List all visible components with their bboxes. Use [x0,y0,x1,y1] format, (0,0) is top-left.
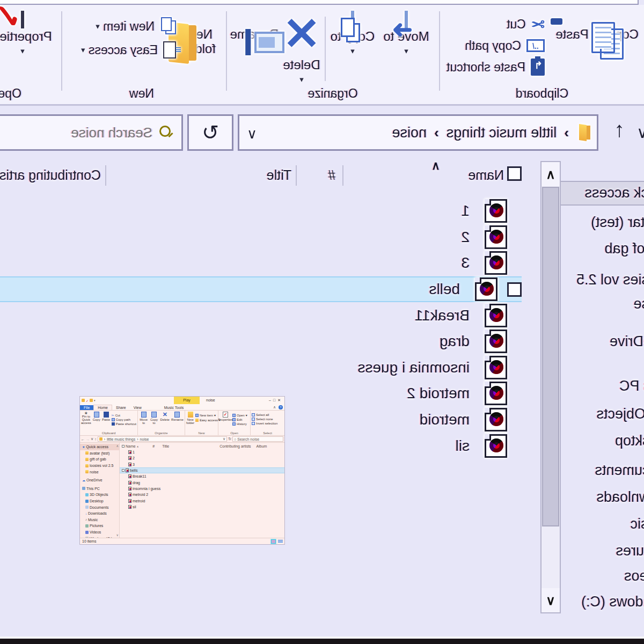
paste-shortcut-button[interactable]: Paste shortcut [112,422,136,426]
refresh-button[interactable]: ↻ [187,114,233,151]
scroll-up-icon[interactable]: ∧ [541,162,560,186]
sidebar-item-noise[interactable]: noise [633,296,644,312]
copy-button[interactable]: Copy [594,12,644,41]
column-divider[interactable] [296,165,297,186]
file-row[interactable]: insomnia i guess [120,486,284,492]
new-folder-button[interactable]: New folder [186,412,194,425]
file-row[interactable]: Break11 [120,473,284,479]
sidebar-item-gift-of-gab[interactable]: gift of gab [80,456,119,463]
up-button[interactable]: ↑ [614,118,625,142]
edit-button[interactable]: Edit [232,418,247,421]
sidebar-item-avatar-test[interactable]: avatar (test) [591,214,644,231]
sidebar-item-onedrive[interactable]: ☁OneDrive [80,477,119,484]
file-row[interactable]: 1 [120,449,284,455]
file-row[interactable]: 1 [0,198,539,224]
move-to-button[interactable]: ➜ Move to▾ [380,12,432,58]
file-row[interactable]: 3 [120,462,284,467]
scroll-up-icon[interactable]: ∧ [116,444,119,448]
cut-button[interactable]: ✂Cut [112,413,136,417]
sidebar-item-onedrive[interactable]: OneDrive [610,333,644,350]
copy-path-button[interactable]: ../ Copy path [465,36,545,55]
file-row[interactable]: insomnia i guess [0,355,539,381]
sidebar-scrollbar[interactable]: ∧ ∨ [540,161,561,613]
easy-access-button[interactable]: Easy access ▾ [195,418,221,422]
row-checkbox[interactable] [122,469,125,472]
select-all-button[interactable]: Select all [252,413,277,416]
sidebar-item-this-pc[interactable]: This PC [619,378,644,394]
sidebar-item-documents[interactable]: Documents [80,504,119,510]
history-chevron-icon[interactable]: ∨ [91,437,93,441]
column-header-contributing-artists[interactable]: Contributing artists [0,167,101,183]
file-row[interactable]: 3 [0,250,539,276]
properties-button[interactable]: ✓Properties [219,412,231,421]
column-header-name[interactable]: Name [126,444,136,448]
copy-path-button[interactable]: Copy path [112,418,136,421]
sidebar-item-3d-objects[interactable]: 3D Objects [596,406,644,422]
cut-button[interactable]: ✂ Cut [507,14,545,34]
select-all-checkbox[interactable] [122,445,125,448]
open-button[interactable]: Open ▾ [232,413,247,417]
column-header-title[interactable]: Title [267,167,291,183]
address-dropdown-icon[interactable]: ∨ [223,437,225,441]
file-row[interactable]: metroid [120,497,284,503]
sidebar-item-avatar-test[interactable]: avatar (test) [80,450,119,457]
paste-button[interactable]: Paste [102,412,111,421]
sidebar-item-pictures[interactable]: Pictures [80,523,119,529]
sidebar-item-pictures[interactable]: Pictures [616,543,644,559]
column-header-number[interactable]: # [152,444,155,448]
breadcrumb-item-current[interactable]: noise [140,437,149,441]
invert-selection-button[interactable]: Invert selection [252,422,277,425]
column-divider[interactable] [105,165,106,186]
sidebar-item-music[interactable]: ♪Music [80,517,119,523]
history-chevron-icon[interactable]: ∨ [636,123,644,142]
maximize-button[interactable]: □ [273,398,277,402]
sidebar-item-3d-objects[interactable]: 3D Objects [80,492,119,498]
file-row[interactable]: drag [120,479,284,485]
sidebar-item-noise[interactable]: noise [80,469,119,475]
search-input[interactable] [25,124,153,142]
column-header-contributing-artists[interactable]: Contributing artists [219,444,251,448]
sidebar-item-quick-access[interactable]: Quick access [584,185,644,201]
select-all-checkbox[interactable] [507,166,522,181]
close-button[interactable]: ✕ [277,398,283,402]
window-controls[interactable]: –□✕ [269,397,283,404]
refresh-icon[interactable]: ↻ [228,437,231,441]
copy-to-button[interactable]: Copy to [149,412,158,425]
sidebar-item-loosies-vol-2-5[interactable]: loosies vol 2.5 [80,463,119,469]
row-checkbox[interactable] [507,282,522,297]
column-header-album[interactable]: Album [257,444,267,448]
back-icon[interactable]: ← [81,437,85,441]
collapse-ribbon-icon[interactable]: ∧ [273,405,276,409]
column-header-name[interactable]: Name [468,167,504,183]
rename-button[interactable]: I Rename [229,12,280,41]
sidebar-item-downloads[interactable]: Downloads [596,489,644,506]
breadcrumb-item-parent[interactable]: little music things [447,125,557,141]
file-row-selected[interactable]: bells [120,467,284,473]
easy-access-button[interactable]: Easy access ▾ [81,40,176,60]
breadcrumb-item-current[interactable]: noise [392,125,427,141]
up-icon[interactable]: ↑ [94,437,97,441]
sidebar-item-desktop[interactable]: Desktop [80,498,119,504]
sidebar-item-windows-c[interactable]: Windows (C:) [581,594,644,610]
file-row[interactable]: Break11 [0,302,539,328]
copy-to-button[interactable]: Copy to▾ [328,12,377,58]
new-folder-button[interactable]: Newfolder [177,12,223,56]
file-row[interactable]: sil [120,504,284,510]
sidebar-item-loosies-vol-2-5[interactable]: loosies vol 2.5 [576,272,644,288]
search-box[interactable] [0,114,183,151]
scrollbar-thumb[interactable] [542,187,559,526]
delete-button[interactable]: ✕ Delete▾ [281,12,322,86]
tab-share[interactable]: Share [112,405,130,410]
file-row[interactable]: metroid 2 [120,492,284,497]
tab-home[interactable]: Home [93,405,112,410]
new-item-button[interactable]: New item ▾ [96,17,176,36]
paste-shortcut-button[interactable]: Paste shortcut [447,57,545,77]
rename-button[interactable]: Rename [171,412,184,421]
file-row-selected[interactable]: bells [0,276,522,303]
details-view-toggle-icon[interactable] [271,539,276,544]
large-icons-view-toggle-icon[interactable] [278,540,283,543]
pin-to-quick-access-button[interactable]: ✶Pin to Quick access [81,412,91,425]
sidebar-item-quick-access[interactable]: ★Quick access [80,444,119,450]
forward-icon[interactable]: → [86,437,90,441]
tab-file[interactable]: File [80,405,93,410]
